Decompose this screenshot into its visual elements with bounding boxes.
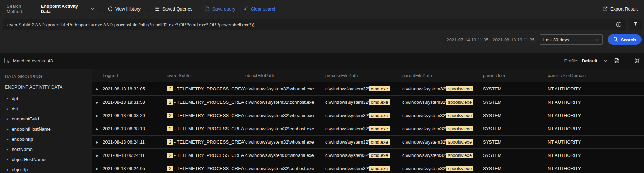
- sidebar-field-item[interactable]: ▸ dpt: [5, 94, 92, 104]
- search-method-select[interactable]: Search Method: Endpoint Activity Data: [3, 4, 98, 14]
- toolbar: Search Method: Endpoint Activity Data Vi…: [3, 4, 642, 14]
- parent-dir: c:\windows\system32\: [402, 86, 446, 91]
- saved-queries-button[interactable]: Saved Queries: [150, 4, 197, 14]
- expand-row-icon[interactable]: ▸: [96, 86, 98, 91]
- expand-row-icon[interactable]: ▸: [96, 166, 98, 171]
- expand-triangle-icon[interactable]: ▸: [7, 158, 9, 161]
- cell-parent-user-domain: NT AUTHORITY: [548, 139, 644, 145]
- cell-process-file-path: c:\windows\system32\cmd.exe: [325, 113, 402, 118]
- list-icon: [155, 6, 159, 11]
- date-range: 2021-07-14 19:11:35 - 2021-08-13 19:11:3…: [447, 37, 535, 42]
- export-result-button[interactable]: Export Result: [598, 4, 642, 14]
- view-history-button[interactable]: View History: [103, 4, 145, 14]
- sidebar-field-label: objectIp: [12, 167, 28, 172]
- profile-label: Profile:: [564, 58, 578, 63]
- highlight-parent-file: spoolsv.exe: [446, 113, 473, 118]
- sidebar-field-item[interactable]: ▸ endpointIp: [5, 134, 92, 144]
- export-result-label: Export Result: [610, 6, 638, 12]
- column-header-logged[interactable]: Logged: [103, 73, 167, 78]
- cell-parent-file-path: c:\windows\system32\spoolsv.exe: [402, 99, 483, 105]
- highlight-event-sub-id: 2: [167, 126, 173, 131]
- highlight-parent-file: spoolsv.exe: [446, 99, 473, 105]
- expand-triangle-icon[interactable]: ▸: [7, 107, 9, 111]
- column-header-eventsubid[interactable]: eventSubId: [167, 73, 245, 78]
- cell-object-file-path: c:\windows\system32\whoami.exe: [245, 86, 325, 91]
- column-header-parentuserdomain[interactable]: parentUserDomain: [548, 73, 644, 78]
- expand-triangle-icon[interactable]: ▸: [7, 137, 9, 141]
- table-row[interactable]: ▸ 2021-08-13 06:24:05 2 - TELEMETRY_PROC…: [92, 162, 644, 173]
- event-name: - TELEMETRY_PROCESS_CREATE: [173, 113, 245, 118]
- highlight-process-file: cmd.exe: [369, 113, 389, 118]
- sidebar-field-item[interactable]: ▸ endpointGuid: [5, 114, 92, 124]
- filter-button[interactable]: [629, 19, 642, 30]
- expand-row-icon[interactable]: ▸: [96, 126, 98, 131]
- column-header-processfilepath[interactable]: processFilePath: [325, 73, 402, 78]
- chevron-down-icon: [595, 39, 599, 41]
- table-row[interactable]: ▸ 2021-08-13 06:38:13 2 - TELEMETRY_PROC…: [92, 122, 644, 135]
- cell-parent-user: SYSTEM: [483, 166, 548, 171]
- search-button[interactable]: Search: [608, 34, 642, 45]
- highlight-parent-file: spoolsv.exe: [446, 153, 473, 158]
- table-row[interactable]: ▸ 2021-08-13 06:38:20 2 - TELEMETRY_PROC…: [92, 109, 644, 122]
- table-row[interactable]: ▸ 2021-08-13 18:31:58 2 - TELEMETRY_PROC…: [92, 95, 644, 109]
- sidebar-field-item[interactable]: ▸ dst: [5, 104, 92, 114]
- highlight-event-sub-id: 2: [167, 153, 173, 158]
- table-header-row: Logged eventSubId objectFilePath process…: [92, 69, 644, 82]
- search-icon: [613, 37, 618, 43]
- time-range-value: Last 30 days: [543, 37, 569, 42]
- time-range-select[interactable]: Last 30 days: [540, 34, 603, 45]
- save-query-button[interactable]: Save query: [205, 6, 235, 12]
- cell-logged: 2021-08-13 18:32:05: [103, 86, 167, 91]
- cell-event-sub-id: 2 - TELEMETRY_PROCESS_CREATE: [167, 153, 245, 158]
- table-row[interactable]: ▸ 2021-08-13 06:24:11 2 - TELEMETRY_PROC…: [92, 135, 644, 148]
- expand-row-icon[interactable]: ▸: [96, 100, 98, 105]
- expand-triangle-icon[interactable]: ▸: [7, 168, 9, 172]
- table-body: ▸ 2021-08-13 18:32:05 2 - TELEMETRY_PROC…: [92, 82, 644, 173]
- expand-triangle-icon[interactable]: ▸: [7, 117, 9, 121]
- sidebar-field-label: endpointHostName: [12, 126, 51, 132]
- expand-row-icon[interactable]: ▸: [96, 140, 98, 145]
- table-row[interactable]: ▸ 2021-08-13 06:24:11 2 - TELEMETRY_PROC…: [92, 148, 644, 162]
- process-dir: c:\windows\system32\: [325, 99, 369, 105]
- collapse-icon[interactable]: [635, 58, 640, 63]
- top-section: Search Method: Endpoint Activity Data Vi…: [0, 0, 644, 53]
- clear-search-button[interactable]: Clear search: [243, 6, 277, 12]
- column-header-objectfilepath[interactable]: objectFilePath: [245, 73, 325, 78]
- save-profile-icon[interactable]: [614, 58, 619, 63]
- sidebar-field-item[interactable]: ▸ hostName: [5, 144, 92, 154]
- sidebar-field-item[interactable]: ▸ endpointHostName: [5, 124, 92, 134]
- table-row[interactable]: ▸ 2021-08-13 18:32:05 2 - TELEMETRY_PROC…: [92, 82, 644, 95]
- chevron-down-icon[interactable]: [604, 60, 607, 62]
- process-dir: c:\windows\system32\: [325, 139, 369, 145]
- process-dir: c:\windows\system32\: [325, 126, 369, 131]
- cell-parent-user-domain: NT AUTHORITY: [548, 126, 644, 131]
- saved-queries-label: Saved Queries: [162, 6, 192, 12]
- event-name: - TELEMETRY_PROCESS_CREATE: [173, 99, 245, 105]
- results-bar: Matched events: 43 Profile: Default: [0, 53, 644, 69]
- column-header-parentfilepath[interactable]: parentFilePath: [402, 73, 483, 78]
- column-header-parentuser[interactable]: parentUser: [483, 73, 548, 78]
- search-button-label: Search: [621, 37, 636, 42]
- sidebar-field-label: objectHostName: [12, 157, 46, 162]
- expand-triangle-icon[interactable]: ▸: [7, 127, 9, 131]
- profile-value[interactable]: Default: [582, 58, 597, 63]
- info-icon[interactable]: [616, 22, 622, 27]
- parent-dir: c:\windows\system32\: [402, 126, 446, 131]
- expand-triangle-icon[interactable]: ▸: [7, 97, 9, 101]
- sidebar-field-label: dpt: [12, 96, 18, 101]
- cell-process-file-path: c:\windows\system32\cmd.exe: [325, 153, 402, 158]
- expand-row-icon[interactable]: ▸: [96, 113, 98, 118]
- highlight-process-file: cmd.exe: [369, 166, 389, 171]
- expand-triangle-icon[interactable]: ▸: [7, 147, 9, 151]
- query-input[interactable]: eventSubId:2 AND (parentFilePath:spoolsv…: [3, 19, 626, 30]
- sidebar-field-item[interactable]: ▸ objectIp: [5, 165, 92, 173]
- cell-event-sub-id: 2 - TELEMETRY_PROCESS_CREATE: [167, 99, 245, 105]
- cell-parent-user: SYSTEM: [483, 126, 548, 131]
- sidebar-field-item[interactable]: ▸ objectHostName: [5, 154, 92, 165]
- cell-parent-file-path: c:\windows\system32\spoolsv.exe: [402, 153, 483, 158]
- cell-logged: 2021-08-13 06:38:13: [103, 126, 167, 131]
- cell-parent-file-path: c:\windows\system32\spoolsv.exe: [402, 139, 483, 145]
- results-area: DATA GROUPING ENDPOINT ACTIVITY DATA ▸ d…: [0, 69, 644, 173]
- parent-dir: c:\windows\system32\: [402, 113, 446, 118]
- expand-row-icon[interactable]: ▸: [96, 153, 98, 158]
